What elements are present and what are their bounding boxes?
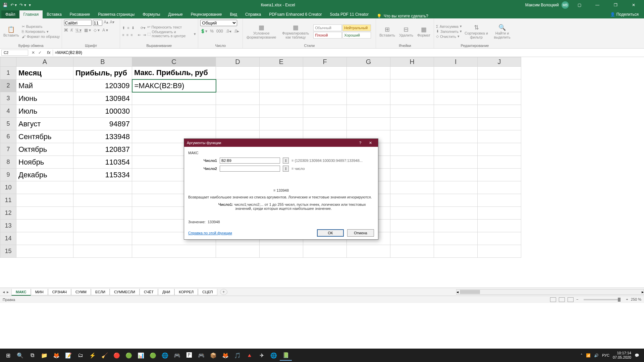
grow-font-icon[interactable]: A▴	[104, 20, 108, 26]
cell[interactable]	[73, 245, 132, 258]
tab-review[interactable]: Рецензирование	[187, 10, 226, 18]
sheet-tab[interactable]: СЦЕП	[198, 289, 217, 295]
cancel-button[interactable]: Отмена	[347, 229, 374, 237]
tray-clock[interactable]: 10:17:14 07.05.2020	[613, 351, 631, 360]
cell[interactable]	[73, 207, 132, 220]
cell[interactable]	[216, 92, 260, 105]
cell[interactable]	[434, 79, 478, 92]
horizontal-scrollbar[interactable]: ◂▸	[456, 289, 644, 295]
tab-help[interactable]: Справка	[241, 10, 265, 18]
sheet-tab[interactable]: МАКС	[11, 289, 31, 296]
cell[interactable]: 110354	[73, 156, 132, 169]
tray-expand-icon[interactable]: ˄	[581, 353, 583, 358]
cell[interactable]	[478, 67, 521, 79]
cell[interactable]	[303, 92, 347, 105]
taskbar-app-icon[interactable]: 🧹	[99, 350, 111, 361]
cell[interactable]	[434, 207, 478, 220]
tell-me[interactable]: 💡 Что вы хотите сделать?	[377, 14, 428, 18]
row-header[interactable]: 12	[0, 207, 16, 220]
row-header[interactable]: 3	[0, 92, 16, 105]
cell[interactable]	[16, 207, 73, 220]
sheet-nav-next-icon[interactable]: ▸	[7, 290, 9, 294]
cell[interactable]: Август	[16, 118, 73, 130]
cell[interactable]: 100030	[73, 105, 132, 118]
dec-dec-icon[interactable]: .0▸	[234, 29, 239, 34]
insert-cells-button[interactable]: ⊞Вставить	[378, 25, 396, 38]
cell[interactable]	[73, 220, 132, 232]
tab-draw[interactable]: Рисование	[66, 10, 94, 18]
cell[interactable]	[390, 67, 434, 79]
taskbar-app-icon[interactable]: ✈	[256, 350, 268, 361]
taskbar-app-icon[interactable]: 🎮	[171, 350, 183, 361]
cell[interactable]	[478, 105, 521, 118]
view-normal-icon[interactable]	[550, 297, 556, 302]
cell[interactable]	[260, 79, 303, 92]
cell[interactable]	[478, 156, 521, 169]
cell[interactable]: 115334	[73, 169, 132, 181]
cell[interactable]	[478, 79, 521, 92]
cell[interactable]	[390, 232, 434, 245]
align-top-icon[interactable]: ⬆	[122, 26, 125, 30]
indent-inc-icon[interactable]: ⇥	[143, 33, 146, 37]
cell[interactable]	[478, 245, 521, 258]
percent-icon[interactable]: %	[210, 29, 214, 34]
start-button[interactable]: ⊞	[2, 350, 14, 361]
cell[interactable]	[390, 169, 434, 181]
style-bad[interactable]: Плохой	[313, 32, 342, 39]
format-as-table-button[interactable]: ▦Форматировать как таблицу	[279, 23, 312, 40]
cell[interactable]	[390, 181, 434, 194]
arg1-input[interactable]	[220, 158, 280, 164]
cell[interactable]	[303, 105, 347, 118]
italic-button[interactable]: К	[70, 28, 73, 33]
col-header-b[interactable]: B	[73, 57, 132, 67]
cell[interactable]: 120837	[73, 143, 132, 156]
cell[interactable]	[73, 232, 132, 245]
redo-icon[interactable]: ↷ ▾	[19, 3, 26, 7]
active-cell[interactable]: =МАКС(B2:B9)	[132, 79, 216, 92]
col-header-i[interactable]: I	[434, 57, 478, 67]
cell[interactable]: 133948	[73, 130, 132, 143]
undo-icon[interactable]: ↶ ▾	[10, 3, 17, 7]
scroll-right-icon[interactable]: ▸	[642, 290, 644, 294]
col-header-e[interactable]: E	[260, 57, 303, 67]
cell[interactable]: Ноябрь	[16, 156, 73, 169]
row-header[interactable]: 2	[0, 79, 16, 92]
cell[interactable]: Май	[16, 79, 73, 92]
align-mid-icon[interactable]: ≡	[127, 26, 129, 30]
qat-customize-icon[interactable]: ▾	[29, 3, 31, 7]
col-header-d[interactable]: D	[216, 57, 260, 67]
fill-color-button[interactable]: ◇ ▾	[94, 28, 100, 33]
cell[interactable]	[478, 143, 521, 156]
autosum-button[interactable]: ΣАвтосумма ▾	[436, 24, 462, 28]
dialog-close-button[interactable]: ✕	[365, 141, 375, 145]
zoom-in-button[interactable]: +	[626, 297, 628, 302]
ribbon-options-icon[interactable]: ▢	[572, 0, 587, 10]
row-header[interactable]: 11	[0, 194, 16, 207]
cell[interactable]: Сентябрь	[16, 130, 73, 143]
indent-dec-icon[interactable]: ⇤	[138, 33, 141, 37]
cell[interactable]	[434, 194, 478, 207]
border-button[interactable]: ▦ ▾	[84, 28, 91, 33]
cell[interactable]	[16, 220, 73, 232]
col-header-a[interactable]: A	[16, 57, 73, 67]
sort-filter-button[interactable]: ⇅Сортировка и фильтр	[463, 23, 489, 40]
cell[interactable]	[347, 245, 390, 258]
cell[interactable]	[303, 245, 347, 258]
cell[interactable]	[478, 130, 521, 143]
select-all-corner[interactable]	[0, 57, 16, 67]
name-box[interactable]: C2	[1, 50, 28, 56]
cell[interactable]	[434, 130, 478, 143]
cell[interactable]: Июнь	[16, 92, 73, 105]
cell[interactable]	[390, 194, 434, 207]
cell[interactable]	[260, 245, 303, 258]
search-button[interactable]: 🔍	[14, 350, 26, 361]
orient-icon[interactable]: ⟳▾	[141, 26, 146, 30]
shrink-font-icon[interactable]: A▾	[110, 20, 114, 26]
cell[interactable]	[478, 194, 521, 207]
cell[interactable]	[303, 79, 347, 92]
formula-input[interactable]: =МАКС(B2:B9)	[53, 50, 644, 56]
cell[interactable]	[390, 143, 434, 156]
paste-button[interactable]: 📋Вставить	[2, 25, 20, 38]
cell[interactable]	[347, 79, 390, 92]
taskbar-app-icon[interactable]: ⚡	[87, 350, 99, 361]
